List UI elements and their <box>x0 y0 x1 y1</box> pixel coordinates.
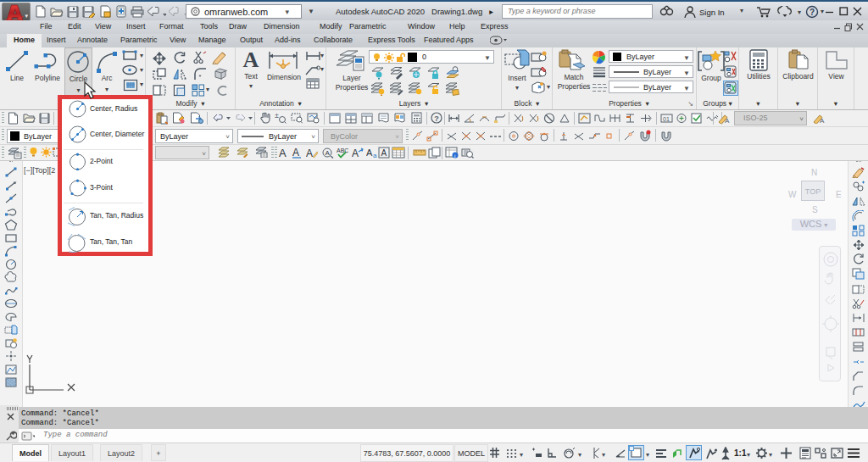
svg-text:A: A <box>820 117 825 124</box>
svg-text:A: A <box>279 147 287 159</box>
svg-text:A: A <box>381 148 387 158</box>
svg-text:A: A <box>725 117 730 124</box>
svg-text:?: ? <box>434 114 439 123</box>
svg-text:a: a <box>373 152 377 159</box>
svg-text:01: 01 <box>663 116 670 122</box>
svg-text:A: A <box>306 148 313 159</box>
svg-text:ABC: ABC <box>337 148 348 153</box>
svg-text:A: A <box>366 148 373 158</box>
svg-text:i: i <box>454 153 455 159</box>
svg-text:?: ? <box>810 8 815 17</box>
svg-text:A: A <box>292 147 299 159</box>
svg-text:A: A <box>326 149 331 157</box>
svg-text:A: A <box>352 148 359 159</box>
svg-text:±: ± <box>275 112 279 120</box>
